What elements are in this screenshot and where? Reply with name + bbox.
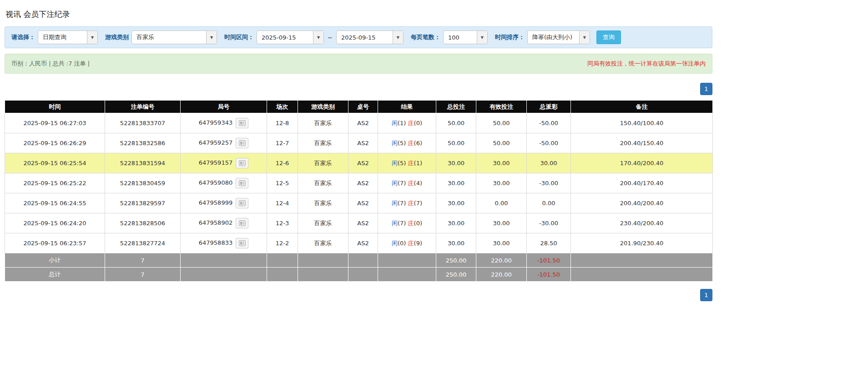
banker-count: (7) <box>414 200 422 207</box>
banker-result: 庄 <box>408 180 414 187</box>
bets-table: 时间 注单编号 局号 场次 游戏类别 桌号 结果 总投注 有效投注 总派彩 备注… <box>5 100 713 282</box>
cell-payout: -50.00 <box>527 113 571 133</box>
cell-round: 647958833 <box>181 233 267 253</box>
player-result: 闲 <box>392 120 398 126</box>
cell-remark: 230.40/200.40 <box>571 213 713 233</box>
cards-icon <box>239 200 246 206</box>
player-result: 闲 <box>392 220 398 227</box>
chevron-down-icon[interactable]: ▼ <box>393 31 403 44</box>
col-header-table-no: 桌号 <box>348 101 378 113</box>
player-count: (0) <box>398 240 406 247</box>
cell-game: 百家乐 <box>298 113 348 133</box>
page-size-select[interactable]: 100 ▼ <box>443 30 488 44</box>
date-from-select[interactable]: 2025-09-15 ▼ <box>257 30 324 44</box>
cell-result: 闲(0) 庄(9) <box>378 233 436 253</box>
total-row: 总计 7 250.00 220.00 -101.50 <box>5 268 713 282</box>
banker-result: 庄 <box>408 120 414 126</box>
page-1-button[interactable]: 1 <box>700 83 712 95</box>
cards-icon <box>239 120 246 126</box>
banker-count: (4) <box>414 180 422 187</box>
cell-payout: -50.00 <box>527 133 571 153</box>
cell-round: 647958999 <box>181 193 267 213</box>
cell-time: 2025-09-15 06:24:20 <box>5 213 105 233</box>
cell-total-bet[interactable]: 30.00 <box>436 213 476 233</box>
col-header-total-bet: 总投注 <box>436 101 476 113</box>
cell-session: 12-6 <box>267 153 298 173</box>
query-type-value: 日期查询 <box>38 31 87 44</box>
banker-count: (0) <box>414 120 422 126</box>
cards-icon <box>239 140 246 146</box>
cell-result: 闲(5) 庄(1) <box>378 153 436 173</box>
cell-valid-bet: 30.00 <box>476 153 527 173</box>
cell-valid-bet: 30.00 <box>476 233 527 253</box>
replay-button[interactable] <box>236 218 248 228</box>
cell-total-bet[interactable]: 30.00 <box>436 193 476 213</box>
cell-valid-bet: 0.00 <box>476 193 527 213</box>
pagination-bottom: 1 <box>5 289 712 301</box>
search-button[interactable]: 查询 <box>596 30 621 44</box>
cell-total-bet[interactable]: 30.00 <box>436 173 476 193</box>
player-count: (5) <box>398 140 406 147</box>
col-header-time: 时间 <box>5 101 105 113</box>
round-id: 647959157 <box>199 159 232 166</box>
player-count: (5) <box>398 160 406 167</box>
cell-table-no: AS2 <box>348 173 378 193</box>
subtotal-row: 小计 7 250.00 220.00 -101.50 <box>5 253 713 268</box>
sort-select[interactable]: 降幂(由大到小) ▼ <box>527 30 590 44</box>
cell-remark: 200.40/170.40 <box>571 173 713 193</box>
footer-count: 7 <box>105 253 181 268</box>
chevron-down-icon[interactable]: ▼ <box>579 31 590 44</box>
cell-total-bet[interactable]: 30.00 <box>436 153 476 173</box>
round-id: 647958902 <box>199 219 232 226</box>
table-row: 2025-09-15 06:27:03 522813833707 6479593… <box>5 113 713 133</box>
page-title: 视讯 会员下注纪录 <box>5 9 712 20</box>
cell-session: 12-3 <box>267 213 298 233</box>
round-id: 647959257 <box>199 139 232 146</box>
player-result: 闲 <box>392 200 398 207</box>
cell-total-bet[interactable]: 30.00 <box>436 233 476 253</box>
cell-result: 闲(5) 庄(6) <box>378 133 436 153</box>
banker-result: 庄 <box>408 160 414 167</box>
cell-result: 闲(7) 庄(4) <box>378 173 436 193</box>
query-type-select[interactable]: 日期查询 ▼ <box>38 30 98 44</box>
chevron-down-icon[interactable]: ▼ <box>206 31 217 44</box>
game-type-select[interactable]: 百家乐 ▼ <box>131 30 217 44</box>
cell-session: 12-7 <box>267 133 298 153</box>
page-size-label: 每页笔数： <box>411 33 440 41</box>
replay-button[interactable] <box>236 238 248 248</box>
chevron-down-icon[interactable]: ▼ <box>313 31 323 44</box>
cell-round: 647959157 <box>181 153 267 173</box>
sort-label: 时间排序： <box>495 33 525 41</box>
cell-session: 12-8 <box>267 113 298 133</box>
page-1-button[interactable]: 1 <box>700 289 712 301</box>
replay-button[interactable] <box>236 118 248 128</box>
chevron-down-icon[interactable]: ▼ <box>87 31 97 44</box>
cell-payout: -30.00 <box>527 213 571 233</box>
cell-result: 闲(7) 庄(7) <box>378 193 436 213</box>
replay-button[interactable] <box>236 138 248 148</box>
footer-count: 7 <box>105 268 181 282</box>
footer-label: 小计 <box>5 253 105 268</box>
valid-bet-note: 同局有效投注，统一计算在该局第一张注单内 <box>587 60 706 68</box>
banker-count: (1) <box>414 160 422 167</box>
chevron-down-icon[interactable]: ▼ <box>477 31 487 44</box>
footer-payout: -101.50 <box>527 253 571 268</box>
cell-bet-id: 522813828506 <box>105 213 181 233</box>
replay-button[interactable] <box>236 178 248 188</box>
cell-round: 647958902 <box>181 213 267 233</box>
replay-button[interactable] <box>236 198 248 208</box>
cell-total-bet[interactable]: 50.00 <box>436 113 476 133</box>
table-row: 2025-09-15 06:24:20 522813828506 6479589… <box>5 213 713 233</box>
cell-bet-id: 522813831594 <box>105 153 181 173</box>
cell-payout: 28.50 <box>527 233 571 253</box>
page-container: 视讯 会员下注纪录 请选择： 日期查询 ▼ 游戏类别 百家乐 ▼ 时间区间： 2… <box>5 0 712 301</box>
cell-game: 百家乐 <box>298 173 348 193</box>
cell-total-bet[interactable]: 50.00 <box>436 133 476 153</box>
cell-time: 2025-09-15 06:23:57 <box>5 233 105 253</box>
table-row-highlighted: 2025-09-15 06:25:54 522813831594 6479591… <box>5 153 713 173</box>
date-to-select[interactable]: 2025-09-15 ▼ <box>336 30 404 44</box>
cell-remark: 150.40/100.40 <box>571 113 713 133</box>
cell-table-no: AS2 <box>348 113 378 133</box>
replay-button[interactable] <box>236 158 248 168</box>
cell-bet-id: 522813829597 <box>105 193 181 213</box>
